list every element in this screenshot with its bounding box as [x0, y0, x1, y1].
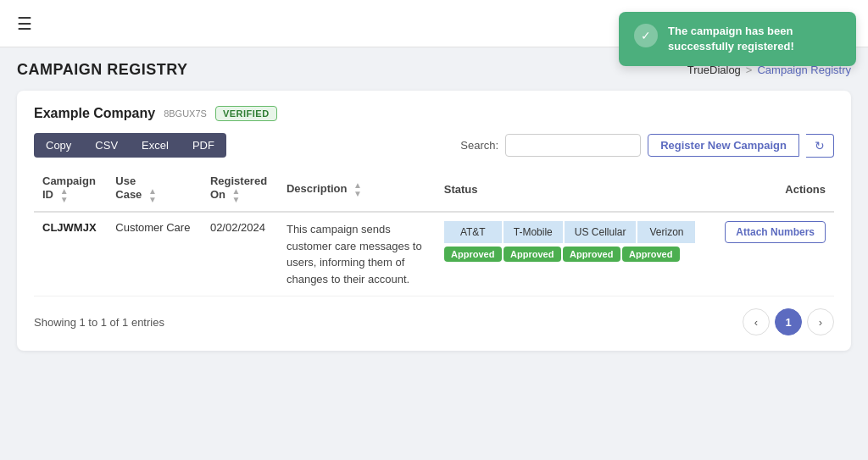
verified-badge: VERIFIED: [215, 106, 277, 121]
search-area: Search: Register New Campaign ↻: [460, 134, 834, 158]
carrier-names-row: AT&T T-Mobile US Cellular Verizon: [444, 221, 704, 243]
hamburger-icon[interactable]: ☰: [17, 14, 32, 34]
main-content: CAMPAIGN REGISTRY TrueDialog > Campaign …: [0, 47, 868, 364]
copy-button[interactable]: Copy: [34, 133, 83, 158]
search-label: Search:: [460, 139, 498, 152]
col-actions: Actions: [713, 168, 834, 212]
pagination-row: Showing 1 to 1 of 1 entries ‹ 1 ›: [34, 308, 834, 335]
main-card: Example Company 8BGUX7S VERIFIED Copy CS…: [17, 91, 851, 351]
refresh-button[interactable]: ↻: [806, 134, 834, 158]
carrier-att: AT&T: [444, 221, 502, 243]
pagination-page-1-button[interactable]: 1: [775, 308, 802, 335]
sort-icon-campaign-id[interactable]: ▲▼: [60, 187, 69, 204]
company-id: 8BGUX7S: [164, 108, 207, 119]
csv-button[interactable]: CSV: [83, 133, 130, 158]
table-header-row: CampaignID ▲▼ UseCase ▲▼ RegisteredOn ▲▼: [34, 168, 834, 212]
col-status: Status: [436, 168, 713, 212]
attach-numbers-button[interactable]: Attach Numbers: [725, 221, 826, 243]
col-use-case: UseCase ▲▼: [107, 168, 202, 212]
status-att: Approved: [444, 247, 502, 262]
page-title: CAMPAIGN REGISTRY: [17, 61, 188, 79]
export-buttons: Copy CSV Excel PDF: [34, 133, 226, 158]
excel-button[interactable]: Excel: [130, 133, 181, 158]
table-row: CLJWMJX Customer Care 02/02/2024 This ca…: [34, 212, 834, 297]
col-description: Description ▲▼: [278, 168, 436, 212]
sort-icon-use-case[interactable]: ▲▼: [148, 187, 157, 204]
success-toast: ✓ The campaign has been successfully reg…: [619, 12, 856, 66]
status-tmobile: Approved: [504, 247, 561, 262]
company-info: Example Company 8BGUX7S VERIFIED: [34, 106, 277, 121]
cell-actions: Attach Numbers: [713, 212, 834, 297]
pagination-prev-button[interactable]: ‹: [743, 308, 770, 335]
campaigns-table: CampaignID ▲▼ UseCase ▲▼ RegisteredOn ▲▼: [34, 168, 834, 297]
pagination-next-button[interactable]: ›: [807, 308, 834, 335]
card-header: Example Company 8BGUX7S VERIFIED: [34, 106, 834, 121]
carrier-statuses-row: Approved Approved Approved Approved: [444, 247, 704, 262]
cell-campaign-id: CLJWMJX: [34, 212, 107, 297]
cell-description: This campaign sends customer care messag…: [278, 212, 436, 297]
search-input[interactable]: [505, 134, 641, 157]
cell-registered-on: 02/02/2024: [202, 212, 278, 297]
col-campaign-id: CampaignID ▲▼: [34, 168, 107, 212]
toolbar-row: Copy CSV Excel PDF Search: Register New …: [34, 133, 834, 158]
status-carriers: AT&T T-Mobile US Cellular Verizon Approv…: [444, 221, 704, 262]
company-name: Example Company: [34, 106, 155, 121]
carrier-verizon: Verizon: [637, 221, 695, 243]
register-new-campaign-button[interactable]: Register New Campaign: [648, 134, 799, 157]
status-verizon: Approved: [622, 247, 680, 262]
campaigns-table-wrap: CampaignID ▲▼ UseCase ▲▼ RegisteredOn ▲▼: [34, 168, 834, 297]
cell-status: AT&T T-Mobile US Cellular Verizon Approv…: [436, 212, 713, 297]
toast-check-icon: ✓: [634, 24, 658, 47]
cell-use-case: Customer Care: [107, 212, 202, 297]
carrier-uscellular: US Cellular: [565, 221, 637, 243]
sort-icon-description[interactable]: ▲▼: [353, 181, 362, 198]
sort-icon-registered-on[interactable]: ▲▼: [232, 187, 241, 204]
pagination-info: Showing 1 to 1 of 1 entries: [34, 316, 164, 329]
toast-message: The campaign has been successfully regis…: [668, 24, 841, 54]
pagination-controls: ‹ 1 ›: [743, 308, 834, 335]
carrier-tmobile: T-Mobile: [504, 221, 563, 243]
status-uscellular: Approved: [563, 247, 620, 262]
col-registered-on: RegisteredOn ▲▼: [202, 168, 278, 212]
pdf-button[interactable]: PDF: [181, 133, 226, 158]
